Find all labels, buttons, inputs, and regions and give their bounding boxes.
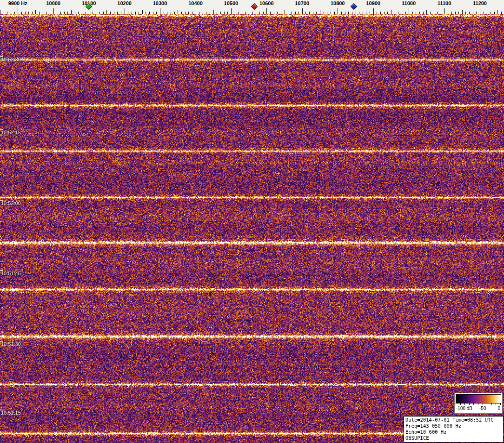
info-station: OBSUPICE [405, 435, 502, 441]
ruler-tick [302, 8, 303, 14]
ruler-tick [338, 8, 338, 14]
ruler-tick [125, 8, 125, 14]
spectrum-lab-waterfall-window: { "ruler": { "unit": "Hz", "freq_start":… [0, 0, 504, 443]
freq-label-11100: 11100 [438, 0, 451, 6]
ruler-tick [480, 8, 480, 14]
freq-marker-red-icon[interactable] [251, 3, 258, 10]
freq-label-10500: 10500 [224, 0, 239, 6]
freq-label-11200: 11200 [473, 0, 487, 6]
color-scale-legend: -100 dB -50 0 [454, 393, 503, 414]
color-scale-mid-label: -50 [479, 406, 486, 411]
ruler-tick [178, 10, 178, 14]
ruler-tick [373, 8, 374, 14]
ruler-tick [160, 8, 160, 14]
ruler-tick [35, 10, 36, 14]
color-scale-ticks [456, 403, 501, 405]
ruler-tick [320, 10, 320, 14]
freq-label-11000: 11000 [402, 0, 416, 6]
color-scale-labels: -100 dB -50 0 [455, 406, 502, 412]
freq-label-10600: 10600 [259, 0, 274, 6]
spectrogram-waterfall[interactable] [0, 14, 504, 443]
color-scale-min-label: -100 dB [456, 406, 472, 411]
info-date-time: Date=2014-07-01 Time=08:52 UTC [405, 417, 502, 423]
ruler-tick [0, 10, 0, 14]
ruler-tick [196, 8, 196, 14]
ruler-tick [18, 8, 18, 14]
ruler-tick [142, 10, 143, 14]
freq-label-10000: 10000 [46, 0, 60, 6]
ruler-tick [231, 8, 232, 14]
ruler-tick [391, 10, 391, 14]
ruler-tick [497, 10, 498, 14]
ruler-tick [409, 8, 409, 14]
freq-label-10200: 10200 [117, 0, 132, 6]
ruler-tick [462, 10, 463, 14]
freq-label-10700: 10700 [295, 0, 310, 6]
ruler-tick [356, 10, 356, 14]
color-scale-gradient [456, 394, 501, 403]
freq-label-10400: 10400 [188, 0, 203, 6]
freq-label-10800: 10800 [331, 0, 345, 6]
color-scale-max-label: 0 [497, 406, 500, 411]
ruler-tick [53, 8, 54, 14]
freq-label-9900: 9900 Hz [8, 0, 27, 6]
freq-marker-blue-icon[interactable] [351, 3, 357, 10]
ruler-tick [106, 10, 107, 14]
info-box: Date=2014-07-01 Time=08:52 UTC Freq=143 … [404, 416, 504, 443]
frequency-ruler[interactable]: 9900 Hz100001010010200103001040010500106… [0, 0, 504, 14]
freq-label-10300: 10300 [153, 0, 167, 6]
ruler-tick [426, 10, 427, 14]
ruler-tick [444, 8, 445, 14]
info-frequency: Freq=143 050 000 Hz [405, 423, 502, 429]
ruler-tick [285, 10, 285, 14]
ruler-tick [249, 10, 249, 14]
freq-label-10900: 10900 [366, 0, 380, 6]
info-echo: Echo=10 600 Hz [405, 429, 502, 435]
ruler-tick [266, 8, 267, 14]
ruler-tick [213, 10, 214, 14]
ruler-tick [71, 10, 72, 14]
